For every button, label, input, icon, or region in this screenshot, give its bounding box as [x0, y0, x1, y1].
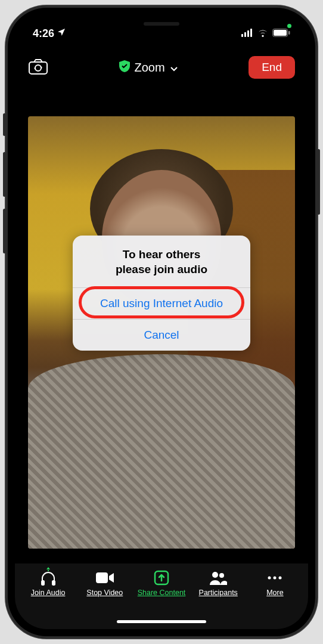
svg-rect-8 [42, 581, 44, 585]
svg-point-14 [268, 577, 271, 580]
location-arrow-icon [57, 27, 66, 40]
status-right [241, 27, 290, 40]
status-left: 4:26 [33, 27, 66, 40]
participants-label: Participants [199, 589, 238, 597]
svg-point-16 [279, 577, 282, 580]
switch-camera-button[interactable] [28, 58, 48, 76]
dialog-title: To hear others please join audio [73, 236, 250, 287]
svg-rect-7 [29, 62, 47, 74]
svg-point-15 [274, 577, 277, 580]
shield-check-icon [119, 60, 130, 75]
svg-rect-10 [96, 572, 108, 583]
home-indicator[interactable] [117, 620, 206, 623]
speaker-slot [144, 22, 179, 26]
svg-point-13 [219, 573, 224, 578]
svg-rect-9 [52, 581, 55, 585]
join-audio-dialog: To hear others please join audio Call us… [73, 236, 250, 351]
bg-sweater [28, 354, 295, 549]
video-camera-icon [96, 569, 114, 586]
stop-video-tab[interactable]: Stop Video [76, 569, 133, 597]
phone-frame: 4:26 [6, 6, 317, 638]
share-content-label: Share Content [138, 589, 186, 597]
meeting-title-button[interactable]: Zoom [119, 60, 178, 75]
svg-rect-0 [241, 34, 243, 37]
more-dots-icon [266, 569, 283, 586]
clock-text: 4:26 [33, 27, 54, 40]
svg-rect-5 [274, 30, 287, 36]
camera-indicator-icon [287, 24, 291, 28]
stop-video-label: Stop Video [86, 589, 123, 597]
bottom-toolbar: Join Audio Stop Video Share Content Part… [15, 564, 308, 629]
volume-down-hardware [3, 209, 6, 253]
meeting-nav-bar: Zoom End [15, 47, 308, 88]
svg-rect-2 [247, 30, 249, 37]
power-button-hardware [317, 149, 320, 215]
headphones-up-icon [40, 569, 57, 586]
call-internet-audio-button[interactable]: Call using Internet Audio [73, 287, 250, 319]
svg-rect-1 [244, 32, 246, 37]
participants-icon [209, 569, 227, 586]
dialog-title-line2: please join audio [85, 262, 238, 277]
battery-icon [272, 27, 290, 40]
meeting-title-text: Zoom [135, 61, 165, 75]
svg-point-12 [212, 572, 218, 578]
svg-rect-3 [250, 29, 252, 37]
more-label: More [266, 589, 283, 597]
join-audio-label: Join Audio [31, 589, 66, 597]
mute-switch-hardware [3, 113, 6, 136]
wifi-icon [257, 27, 269, 40]
participants-tab[interactable]: Participants [190, 569, 247, 597]
dialog-title-line1: To hear others [85, 247, 238, 262]
cancel-button[interactable]: Cancel [73, 319, 250, 351]
join-audio-tab[interactable]: Join Audio [20, 569, 76, 597]
chevron-down-icon [170, 61, 178, 75]
end-meeting-button[interactable]: End [249, 56, 295, 79]
volume-up-hardware [3, 152, 6, 197]
screen: 4:26 [15, 15, 308, 629]
more-tab[interactable]: More [247, 569, 303, 597]
cellular-signal-icon [241, 27, 253, 40]
share-content-tab[interactable]: Share Content [133, 569, 190, 597]
share-up-icon [154, 569, 169, 586]
svg-rect-6 [288, 31, 290, 35]
